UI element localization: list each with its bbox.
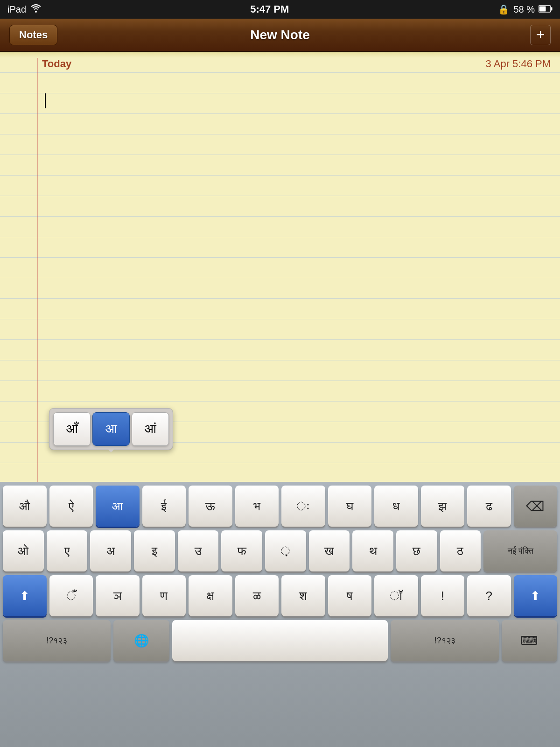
popup-key-aan2[interactable]: आं bbox=[132, 412, 169, 446]
key-ttha[interactable]: ठ bbox=[440, 530, 481, 571]
key-o[interactable]: ओ bbox=[3, 530, 44, 571]
key-ssa[interactable]: ष bbox=[328, 575, 372, 616]
key-numbers-left[interactable]: !?१२३ bbox=[3, 620, 111, 661]
key-au[interactable]: औ bbox=[3, 486, 47, 527]
key-shift-left[interactable]: ⬆ bbox=[3, 575, 47, 616]
keyboard-icon: ⌨ bbox=[520, 634, 538, 648]
note-area[interactable]: Today 3 Apr 5:46 PM आँ आ आं bbox=[0, 52, 560, 482]
key-chha[interactable]: छ bbox=[396, 530, 437, 571]
keyboard-row-2: ओ ए अ इ उ फ ◌़ ख थ छ ठ नई पंक्ति bbox=[3, 530, 557, 571]
key-jha[interactable]: झ bbox=[421, 486, 465, 527]
key-space[interactable] bbox=[172, 620, 388, 661]
status-time: 5:47 PM bbox=[250, 3, 289, 15]
keyboard-row-1: औ ऐ आ ई ऊ भ ◌ः घ ध झ ढ ⌫ bbox=[3, 486, 557, 527]
globe-icon: 🌐 bbox=[134, 634, 149, 648]
key-nukta[interactable]: ◌़ bbox=[265, 530, 306, 571]
key-visarga[interactable]: ◌ः bbox=[281, 486, 325, 527]
key-u[interactable]: उ bbox=[178, 530, 219, 571]
key-delete[interactable]: ⌫ bbox=[514, 486, 558, 527]
notes-back-button[interactable]: Notes bbox=[9, 25, 57, 45]
key-uu[interactable]: ऊ bbox=[189, 486, 232, 527]
battery-label: 58 % bbox=[513, 4, 535, 15]
key-bha[interactable]: भ bbox=[235, 486, 279, 527]
key-keyboard-dismiss[interactable]: ⌨ bbox=[502, 620, 557, 661]
key-kha[interactable]: ख bbox=[309, 530, 350, 571]
key-newline[interactable]: नई पंक्ति bbox=[483, 530, 557, 571]
key-question[interactable]: ? bbox=[467, 575, 511, 616]
status-bar: iPad 5:47 PM 🔒 58 % bbox=[0, 0, 560, 19]
margin-line bbox=[37, 52, 38, 482]
status-right: 🔒 58 % bbox=[498, 4, 553, 15]
key-exclaim[interactable]: ! bbox=[421, 575, 465, 616]
svg-rect-1 bbox=[551, 7, 553, 10]
add-note-button[interactable]: + bbox=[530, 25, 551, 45]
key-a[interactable]: अ bbox=[90, 530, 131, 571]
key-e[interactable]: ए bbox=[47, 530, 88, 571]
key-chandrabindu[interactable]: ◌ँ bbox=[49, 575, 93, 616]
key-gha[interactable]: घ bbox=[328, 486, 372, 527]
key-nya[interactable]: ञ bbox=[96, 575, 140, 616]
key-ksha[interactable]: क्ष bbox=[189, 575, 232, 616]
key-dha[interactable]: ध bbox=[374, 486, 418, 527]
key-ai[interactable]: ऐ bbox=[49, 486, 93, 527]
wifi-icon bbox=[31, 4, 41, 15]
key-i[interactable]: इ bbox=[134, 530, 175, 571]
key-ii[interactable]: ई bbox=[142, 486, 186, 527]
note-timestamp: 3 Apr 5:46 PM bbox=[486, 58, 551, 70]
key-o-half[interactable]: ◌ॉ bbox=[374, 575, 418, 616]
key-numbers-right[interactable]: !?१२३ bbox=[391, 620, 498, 661]
delete-icon: ⌫ bbox=[526, 499, 545, 514]
key-sha[interactable]: श bbox=[281, 575, 325, 616]
key-nna[interactable]: ण bbox=[142, 575, 186, 616]
keyboard: औ ऐ आ ई ऊ भ ◌ः घ ध झ ढ ⌫ ओ ए अ इ उ फ ◌़ … bbox=[0, 482, 560, 747]
aa-popup: आँ आ आं bbox=[49, 408, 173, 450]
key-aa[interactable]: आ bbox=[96, 486, 140, 527]
key-lla[interactable]: ळ bbox=[235, 575, 279, 616]
note-header: Today 3 Apr 5:46 PM bbox=[0, 52, 560, 70]
nav-bar: Notes New Note + bbox=[0, 19, 560, 52]
keyboard-row-3: ⬆ ◌ँ ञ ण क्ष ळ श ष ◌ॉ ! ? ⬆ bbox=[3, 575, 557, 616]
keyboard-row-4: !?१२३ 🌐 !?१२३ ⌨ bbox=[3, 620, 557, 661]
status-left: iPad bbox=[7, 4, 41, 15]
nav-title: New Note bbox=[250, 28, 310, 42]
note-date-label: Today bbox=[42, 58, 71, 70]
key-globe[interactable]: 🌐 bbox=[113, 620, 169, 661]
key-pha[interactable]: फ bbox=[221, 530, 262, 571]
svg-rect-2 bbox=[539, 6, 546, 11]
key-tha[interactable]: थ bbox=[352, 530, 393, 571]
lock-icon: 🔒 bbox=[498, 4, 510, 15]
key-ddha[interactable]: ढ bbox=[467, 486, 511, 527]
key-shift-right[interactable]: ⬆ bbox=[514, 575, 558, 616]
text-cursor bbox=[45, 93, 46, 108]
battery-icon bbox=[539, 4, 553, 15]
popup-container: आँ आ आं bbox=[49, 408, 173, 450]
popup-key-aan[interactable]: आँ bbox=[53, 412, 91, 446]
device-label: iPad bbox=[7, 4, 26, 15]
popup-key-aa[interactable]: आ bbox=[92, 412, 130, 446]
